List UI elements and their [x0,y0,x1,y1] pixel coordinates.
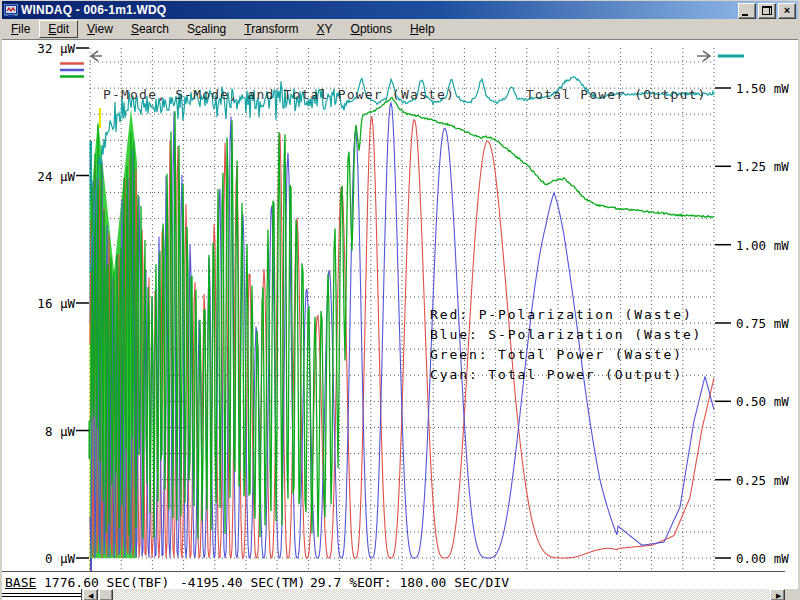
chart-area: P-Mode, S-Mode, and Total Power (Waste) … [2,39,800,576]
menu-item-transform[interactable]: Transform [235,20,307,38]
right-axis-tick-1.25mW: 1.25 mW [736,159,789,174]
legend-line-4: Cyan: Total Power (Output) [430,367,683,382]
left-axis-tick-8µW: 8 µW [45,424,75,439]
horizontal-scrollbar: ◀ ▶ [2,589,798,600]
right-axis-tick-1.50mW: 1.50 mW [736,81,789,96]
left-arrow-icon: ◀ [88,592,93,599]
scrollbar-track[interactable] [82,589,785,600]
scroll-right-button[interactable]: ▶ [770,589,785,600]
menu-item-file[interactable]: File [2,20,39,38]
left-axis-tick-16µW: 16 µW [37,296,75,311]
menu-item-view[interactable]: View [78,20,122,38]
close-icon: × [784,5,790,16]
right-arrow [697,51,710,61]
restore-icon [762,6,772,15]
left-axis-tick-24µW: 24 µW [37,169,75,184]
close-button[interactable]: × [778,3,796,19]
right-axis-tick-0.25mW: 0.25 mW [736,473,789,488]
windaq-window: WINDAQ - 006-1m1.WDQ × FileEditViewSearc… [0,0,800,600]
right-axis-tick-0.75mW: 0.75 mW [736,316,789,331]
event-mark-yellow [99,108,101,128]
menu-item-edit[interactable]: Edit [39,20,78,38]
restore-button[interactable] [758,3,776,19]
left-axis-tick-0µW: 0 µW [45,551,75,566]
waste-channels-annotation: P-Mode, S-Mode, and Total Power (Waste) [103,87,455,102]
menu-bar: FileEditViewSearchScalingTransformXYOpti… [2,19,798,40]
right-axis-tick-0.50mW: 0.50 mW [736,394,789,409]
output-channel-annotation: Total Power (Output) [526,87,707,102]
status-time-from-beginning: 1776.60 SEC(TBF) [44,576,169,589]
status-base-label: BASE [5,576,36,589]
minimize-button[interactable] [738,3,756,19]
scrollbar-thumb[interactable] [99,589,113,600]
menu-item-xy[interactable]: XY [308,20,342,38]
right-axis-tick-0.00mW: 0.00 mW [736,551,789,566]
menu-item-search[interactable]: Search [122,20,178,38]
legend-line-3: Green: Total Power (Waste) [430,347,683,362]
scrollbar-corner [785,589,800,600]
status-time-from-marker: -4195.40 SEC(TM) [180,576,305,589]
minimize-icon [742,14,748,16]
left-arrow [91,51,102,61]
menu-item-help[interactable]: Help [401,20,444,38]
right-axis-tick-1.00mW: 1.00 mW [736,238,789,253]
right-arrow-icon: ▶ [776,592,781,599]
status-percent-eof: 29.7 %EOF [310,576,380,589]
title-bar[interactable]: WINDAQ - 006-1m1.WDQ × [2,1,798,19]
window-title: WINDAQ - 006-1m1.WDQ [21,3,166,17]
scroll-left-button[interactable]: ◀ [83,589,98,600]
legend-line-1: Red: P-Polarization (Waste) [430,307,693,322]
menu-item-options[interactable]: Options [342,20,401,38]
app-icon [4,4,18,17]
menu-item-scaling[interactable]: Scaling [178,20,235,38]
legend-line-2: Blue: S-Polarization (Waste) [430,327,702,342]
status-timebase: T: 180.00 SEC/DIV [376,576,509,589]
status-bar: BASE 1776.60 SEC(TBF) -4195.40 SEC(TM) 2… [2,576,798,589]
range-display [2,589,82,600]
left-axis-tick-32µW: 32 µW [37,41,75,56]
